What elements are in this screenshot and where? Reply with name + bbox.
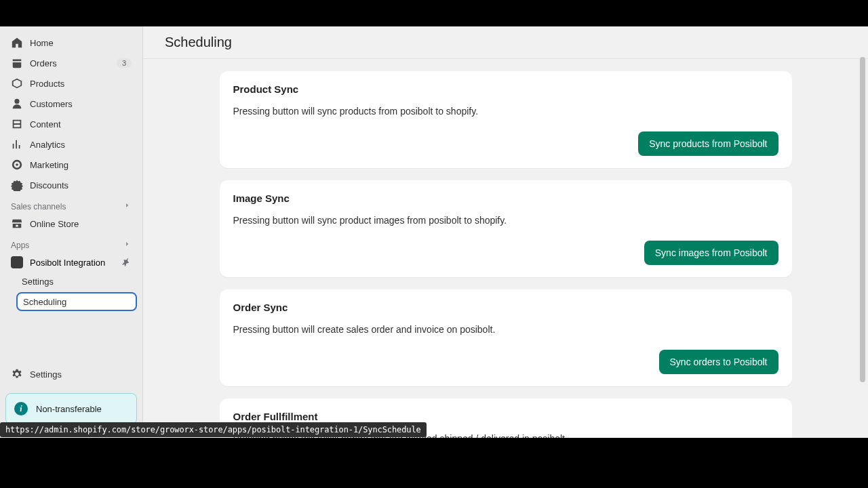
page-title: Scheduling bbox=[165, 35, 846, 50]
app-sub-scheduling[interactable]: Scheduling bbox=[16, 292, 137, 311]
nav-label: Home bbox=[30, 38, 132, 48]
nav-label: Customers bbox=[30, 99, 132, 109]
nav-orders[interactable]: Orders 3 bbox=[5, 54, 137, 73]
products-icon bbox=[11, 77, 23, 89]
card-desc: Pressing button will sync products from … bbox=[233, 106, 778, 117]
sales-channels-header[interactable]: Sales channels bbox=[0, 196, 142, 214]
store-icon bbox=[11, 218, 23, 230]
info-banner: i Non-transferable bbox=[5, 393, 137, 424]
card-title: Product Sync bbox=[233, 83, 778, 95]
content-icon bbox=[11, 118, 23, 130]
sub-label: Scheduling bbox=[23, 297, 130, 307]
nav-label: Analytics bbox=[30, 140, 132, 150]
scrollbar-thumb[interactable] bbox=[860, 57, 865, 382]
sync-products-button[interactable]: Sync products from Posibolt bbox=[638, 131, 778, 156]
orders-badge: 3 bbox=[117, 58, 132, 68]
nav-marketing[interactable]: Marketing bbox=[5, 155, 137, 174]
card-title: Image Sync bbox=[233, 192, 778, 204]
card-image-sync: Image Sync Pressing button will sync pro… bbox=[220, 180, 792, 277]
analytics-icon bbox=[11, 138, 23, 150]
sub-label: Settings bbox=[22, 277, 132, 287]
sync-orders-button[interactable]: Sync orders to Posibolt bbox=[659, 350, 778, 374]
discounts-icon bbox=[11, 179, 23, 191]
app-icon bbox=[11, 256, 23, 268]
nav-products[interactable]: Products bbox=[5, 74, 137, 93]
app-sub-settings[interactable]: Settings bbox=[16, 272, 137, 291]
info-icon: i bbox=[14, 402, 28, 415]
apps-header[interactable]: Apps bbox=[0, 235, 142, 253]
nav-settings[interactable]: Settings bbox=[5, 365, 137, 384]
card-desc: Pressing button will create sales order … bbox=[233, 324, 778, 335]
card-title: Order Sync bbox=[233, 302, 778, 313]
section-label: Sales channels bbox=[11, 202, 66, 211]
content-scroll[interactable]: Product Sync Pressing button will sync p… bbox=[143, 59, 868, 438]
nav-customers[interactable]: Customers bbox=[5, 94, 137, 113]
app-label: Posibolt Integration bbox=[30, 258, 119, 268]
nav-discounts[interactable]: Discounts bbox=[5, 176, 137, 195]
app-posibolt[interactable]: Posibolt Integration bbox=[5, 253, 137, 272]
sync-images-button[interactable]: Sync images from Posibolt bbox=[644, 241, 778, 265]
scrollbar[interactable] bbox=[860, 57, 867, 423]
nav-label: Marketing bbox=[30, 160, 132, 170]
nav-label: Orders bbox=[30, 58, 117, 68]
section-label: Apps bbox=[11, 241, 29, 250]
customers-icon bbox=[11, 98, 23, 110]
nav-label: Products bbox=[30, 79, 132, 89]
nav-analytics[interactable]: Analytics bbox=[5, 135, 137, 154]
card-product-sync: Product Sync Pressing button will sync p… bbox=[220, 71, 792, 168]
banner-text: Non-transferable bbox=[36, 404, 102, 414]
pin-icon[interactable] bbox=[117, 253, 134, 271]
card-order-sync: Order Sync Pressing button will create s… bbox=[220, 289, 792, 386]
chevron-right-icon bbox=[123, 201, 132, 211]
nav-label: Discounts bbox=[30, 180, 132, 190]
card-desc: Pressing button will sync product images… bbox=[233, 215, 778, 226]
gear-icon bbox=[11, 368, 23, 380]
home-icon bbox=[11, 37, 23, 49]
chevron-right-icon bbox=[123, 240, 132, 250]
nav-label: Online Store bbox=[30, 219, 132, 229]
sidebar: Home Orders 3 Products Customers Content bbox=[0, 26, 143, 438]
nav-online-store[interactable]: Online Store bbox=[5, 214, 137, 233]
nav-label: Content bbox=[30, 119, 132, 129]
marketing-icon bbox=[11, 159, 23, 171]
card-title: Order Fullfillment bbox=[233, 411, 778, 422]
status-url-tooltip: https://admin.shopify.com/store/groworx-… bbox=[0, 422, 427, 437]
nav-label: Settings bbox=[30, 369, 132, 380]
primary-nav: Home Orders 3 Products Customers Content bbox=[0, 33, 142, 196]
nav-content[interactable]: Content bbox=[5, 115, 137, 134]
main-content: Scheduling Product Sync Pressing button … bbox=[143, 26, 868, 438]
orders-icon bbox=[11, 57, 23, 69]
page-header: Scheduling bbox=[143, 26, 868, 59]
nav-home[interactable]: Home bbox=[5, 33, 137, 52]
